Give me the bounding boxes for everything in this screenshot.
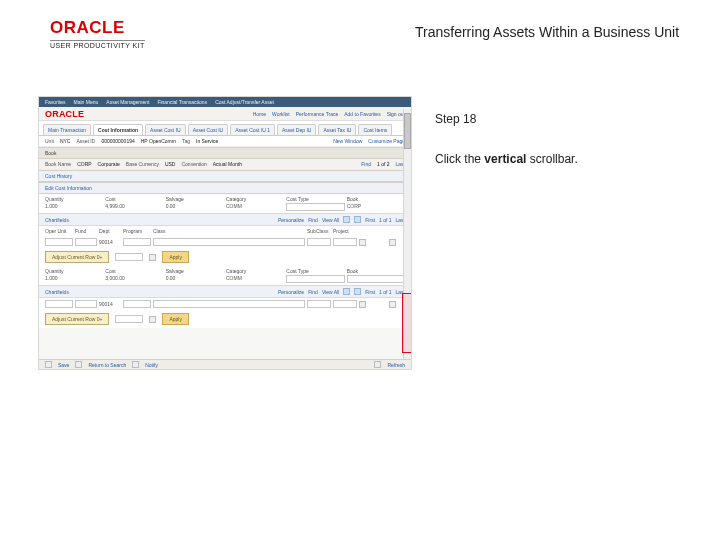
- lookup-icon[interactable]: [359, 301, 366, 308]
- notify-icon[interactable]: [132, 361, 139, 368]
- inp2-program[interactable]: [123, 300, 151, 308]
- brand-bar: ORACLE Home Worklist Performance Trace A…: [39, 107, 411, 121]
- adjust-input-2[interactable]: [115, 315, 143, 323]
- inp-operunit[interactable]: [45, 238, 73, 246]
- tab-asset-cost-iu-2[interactable]: Asset Cost IU: [188, 124, 229, 135]
- logo-block: ORACLE USER PRODUCTIVITY KIT: [50, 18, 145, 49]
- lookup-icon[interactable]: [389, 301, 396, 308]
- link-perf[interactable]: Performance Trace: [296, 111, 339, 117]
- cf-viewall[interactable]: View All: [322, 217, 339, 223]
- menubar-item[interactable]: Asset Management: [106, 97, 149, 107]
- adjust-input[interactable]: [115, 253, 143, 261]
- cf-find[interactable]: Find: [308, 217, 318, 223]
- lookup-icon[interactable]: [389, 239, 396, 246]
- return-icon[interactable]: [75, 361, 82, 368]
- th-operunit: Oper Unit: [45, 228, 73, 234]
- menubar-item[interactable]: Cost Adjust/Transfer Asset: [215, 97, 274, 107]
- currency-icon[interactable]: [149, 316, 156, 323]
- app-screenshot: Favorites Main Menu Asset Management Fin…: [38, 96, 412, 370]
- th-class: Class: [153, 228, 305, 234]
- cf-first[interactable]: First: [365, 217, 375, 223]
- link-home[interactable]: Home: [253, 111, 266, 117]
- adjust-row-button-2[interactable]: Adjust Current Row 0+: [45, 313, 109, 325]
- tab-cost-items[interactable]: Cost Items: [358, 124, 392, 135]
- val-basecur: USD: [165, 161, 176, 167]
- g1l-salv: Salvage: [166, 196, 224, 202]
- inp-program[interactable]: [123, 238, 151, 246]
- scrollbar-highlight: [402, 293, 412, 353]
- cf2-pager: 1 of 1: [379, 289, 392, 295]
- section-cost-history[interactable]: Cost History: [39, 170, 411, 182]
- g2-input-ctype[interactable]: [286, 275, 344, 283]
- vertical-scrollbar[interactable]: [403, 109, 411, 359]
- g1-input-ctype[interactable]: [286, 203, 344, 211]
- val-status: In Service: [196, 138, 218, 144]
- brand-logo: ORACLE: [45, 109, 84, 119]
- link-customize[interactable]: Customize Page: [368, 138, 405, 144]
- cf2-find[interactable]: Find: [308, 289, 318, 295]
- g2l-salv: Salvage: [166, 268, 224, 274]
- upk-subtitle: USER PRODUCTIVITY KIT: [50, 40, 145, 49]
- cf2-first[interactable]: First: [365, 289, 375, 295]
- scrollbar-thumb[interactable]: [404, 113, 411, 149]
- tab-asset-dep-iu[interactable]: Asset Dep IU: [277, 124, 316, 135]
- link-fav[interactable]: Add to Favorites: [344, 111, 380, 117]
- save-icon[interactable]: [45, 361, 52, 368]
- footer-notify[interactable]: Notify: [145, 362, 158, 368]
- val2-dept: 90014: [99, 301, 121, 307]
- tab-asset-tax-iu[interactable]: Asset Tax IU: [318, 124, 356, 135]
- apply-button-2[interactable]: Apply: [162, 313, 189, 325]
- tab-asset-cost-iu[interactable]: Asset Cost IU: [145, 124, 186, 135]
- tab-main-transaction[interactable]: Main Transaction: [43, 124, 91, 135]
- inp2-operunit[interactable]: [45, 300, 73, 308]
- inp-project[interactable]: [333, 238, 357, 246]
- val-pager: 1 of 2: [377, 161, 390, 167]
- cf-pager: 1 of 1: [379, 217, 392, 223]
- footer-return[interactable]: Return to Search: [88, 362, 126, 368]
- menubar-item[interactable]: Main Menu: [74, 97, 99, 107]
- refresh-icon[interactable]: [374, 361, 381, 368]
- g2-input-book[interactable]: [347, 275, 405, 283]
- tab-cost-information[interactable]: Cost Information: [93, 124, 143, 135]
- link-find[interactable]: Find: [361, 161, 371, 167]
- section-edit-cost[interactable]: Edit Cost Information: [39, 182, 411, 194]
- inp-subclass[interactable]: [307, 238, 331, 246]
- link-worklist[interactable]: Worklist: [272, 111, 290, 117]
- instruction-post: scrollbar.: [526, 152, 577, 166]
- apply-button[interactable]: Apply: [162, 251, 189, 263]
- adjust-row-button[interactable]: Adjust Current Row 0+: [45, 251, 109, 263]
- inp2-subclass[interactable]: [307, 300, 331, 308]
- cf-personalize[interactable]: Personalize: [278, 217, 304, 223]
- inp2-project[interactable]: [333, 300, 357, 308]
- grid-icon[interactable]: [343, 216, 350, 223]
- cf2-personalize[interactable]: Personalize: [278, 289, 304, 295]
- cf2-viewall[interactable]: View All: [322, 289, 339, 295]
- val-desc: HP OpenComm: [141, 138, 176, 144]
- chartfields-head-1: Oper Unit Fund Dept Program Class SubCla…: [39, 226, 411, 236]
- lbl-conv: Convention: [181, 161, 206, 167]
- inp-class[interactable]: [153, 238, 305, 246]
- cost-grid-2: Quantity1.000 Cost3,000.00 Salvage0.00 C…: [39, 266, 411, 285]
- menubar-item[interactable]: Favorites: [45, 97, 66, 107]
- val-unit: NYC: [60, 138, 71, 144]
- lbl-basecur: Base Currency: [126, 161, 159, 167]
- lookup-icon[interactable]: [359, 239, 366, 246]
- link-new-window[interactable]: New Window: [333, 138, 362, 144]
- download-icon[interactable]: [354, 216, 361, 223]
- inp2-class[interactable]: [153, 300, 305, 308]
- grid-icon[interactable]: [343, 288, 350, 295]
- menubar-item[interactable]: Financial Transactions: [157, 97, 207, 107]
- currency-icon[interactable]: [149, 254, 156, 261]
- footer-refresh[interactable]: Refresh: [387, 362, 405, 368]
- brand-links: Home Worklist Performance Trace Add to F…: [253, 111, 405, 117]
- footer-save[interactable]: Save: [58, 362, 69, 368]
- g1l-qty: Quantity: [45, 196, 103, 202]
- inp-fund[interactable]: [75, 238, 97, 246]
- g2l-book: Book: [347, 268, 405, 274]
- g1l-cat: Category: [226, 196, 284, 202]
- download-icon[interactable]: [354, 288, 361, 295]
- lbl-assetid: Asset ID: [76, 138, 95, 144]
- menubar: Favorites Main Menu Asset Management Fin…: [39, 97, 411, 107]
- inp2-fund[interactable]: [75, 300, 97, 308]
- tab-asset-cost-iu1[interactable]: Asset Cost IU 1: [230, 124, 275, 135]
